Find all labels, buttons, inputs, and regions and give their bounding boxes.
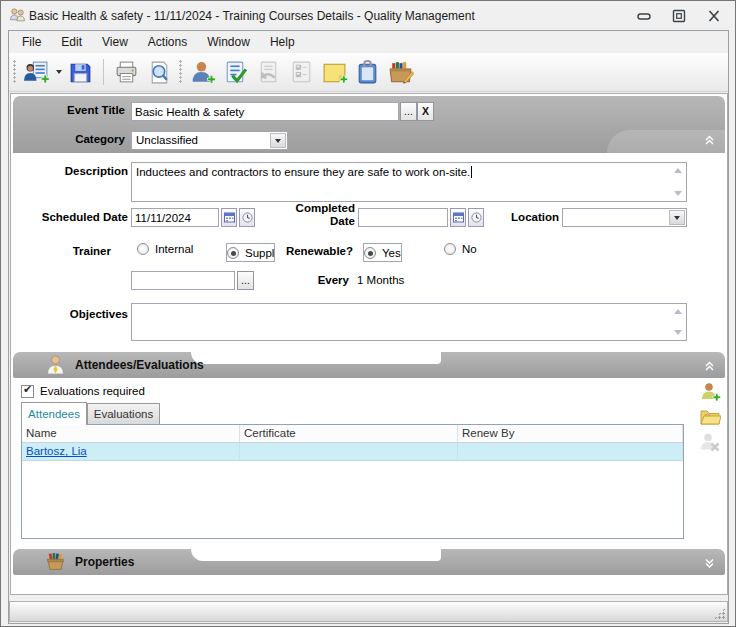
- scheduled-date-time-button[interactable]: [239, 208, 255, 227]
- toolbar-separator: [103, 59, 104, 85]
- chevron-double-down-icon: [704, 557, 715, 569]
- menu-actions[interactable]: Actions: [138, 32, 197, 52]
- objectives-textarea[interactable]: [131, 303, 687, 341]
- calendar-icon: [224, 212, 235, 223]
- event-title-clear-button[interactable]: X: [417, 102, 434, 121]
- table-row[interactable]: Bartosz, Lia: [22, 443, 683, 461]
- chevron-double-up-icon: [704, 360, 715, 372]
- column-header-name[interactable]: Name: [22, 425, 240, 442]
- renewable-yes-label: Yes: [382, 247, 401, 259]
- books-button[interactable]: [384, 56, 417, 89]
- tab-attendees[interactable]: Attendees: [21, 402, 87, 425]
- evaluations-required-label: Evaluations required: [40, 385, 145, 397]
- location-dropdown-button[interactable]: [669, 210, 685, 225]
- save-button[interactable]: [64, 56, 97, 89]
- evaluations-required-checkbox[interactable]: [21, 385, 34, 398]
- renewable-no-radio[interactable]: No: [444, 243, 477, 255]
- properties-section-header[interactable]: Properties: [13, 549, 725, 575]
- close-button[interactable]: [705, 8, 723, 24]
- trainer-name-input[interactable]: [131, 271, 235, 290]
- event-header-panel: Event Title ... X Category Unclassified: [13, 96, 725, 153]
- add-person-button[interactable]: [186, 56, 219, 89]
- checklist-icon: [288, 59, 315, 86]
- every-label: Every: [299, 274, 349, 286]
- collapse-header-button[interactable]: [704, 134, 715, 148]
- scroll-down-icon[interactable]: [674, 330, 682, 335]
- description-textarea[interactable]: Inductees and contractors to ensure they…: [131, 162, 687, 202]
- header-swoosh: [191, 352, 441, 364]
- collapse-attendees-button[interactable]: [704, 360, 715, 374]
- description-text: Inductees and contractors to ensure they…: [136, 166, 470, 178]
- menu-edit[interactable]: Edit: [51, 32, 92, 52]
- column-header-certificate[interactable]: Certificate: [240, 425, 458, 442]
- open-attendee-folder-button[interactable]: [699, 406, 721, 428]
- expand-properties-button[interactable]: [704, 557, 715, 571]
- menu-help[interactable]: Help: [260, 32, 305, 52]
- scroll-up-icon[interactable]: [674, 168, 682, 173]
- scheduled-date-input[interactable]: [131, 208, 219, 227]
- trainer-internal-radio[interactable]: Internal: [137, 243, 193, 255]
- new-record-button[interactable]: [20, 56, 53, 89]
- location-label: Location: [483, 211, 559, 223]
- column-header-renew-by[interactable]: Renew By: [458, 425, 683, 442]
- toolbar-grip[interactable]: [179, 60, 183, 84]
- minimize-icon: [635, 8, 653, 24]
- renewable-label: Renewable?: [271, 245, 353, 257]
- menu-view[interactable]: View: [92, 32, 138, 52]
- radio-icon: [227, 247, 239, 259]
- add-note-button[interactable]: [318, 56, 351, 89]
- drawer-icon: [45, 551, 66, 574]
- open-folder-attendee-icon: [699, 406, 721, 428]
- close-icon: [705, 8, 723, 24]
- document-check-button[interactable]: [219, 56, 252, 89]
- scroll-down-icon[interactable]: [674, 191, 682, 196]
- category-select[interactable]: Unclassified: [131, 131, 288, 150]
- restore-icon: [670, 8, 688, 24]
- app-icon: [9, 7, 26, 26]
- title-bar[interactable]: Basic Health & safety - 11/11/2024 - Tra…: [1, 1, 735, 30]
- attendee-renew-by-cell: [458, 443, 683, 460]
- attendee-name-cell: Bartosz, Lia: [22, 443, 240, 460]
- attendees-section-header[interactable]: Attendees/Evaluations: [13, 352, 725, 378]
- tab-evaluations[interactable]: Evaluations: [87, 403, 160, 425]
- trainer-browse-button[interactable]: ...: [237, 271, 254, 290]
- scheduled-date-calendar-button[interactable]: [221, 208, 237, 227]
- clock-icon: [471, 212, 482, 223]
- category-value: Unclassified: [136, 134, 269, 146]
- renewable-yes-radio[interactable]: Yes: [363, 243, 402, 262]
- completed-date-label: Completed Date: [279, 202, 355, 228]
- restore-button[interactable]: [670, 8, 688, 24]
- toolbar-grip[interactable]: [13, 60, 17, 84]
- trainer-label: Trainer: [11, 245, 111, 257]
- attendee-link[interactable]: Bartosz, Lia: [26, 445, 87, 457]
- category-dropdown-button[interactable]: [270, 133, 286, 148]
- print-preview-icon: [146, 59, 173, 86]
- trainer-supplier-label: Suppl: [245, 247, 274, 259]
- radio-icon: [137, 243, 149, 255]
- scroll-up-icon[interactable]: [674, 309, 682, 314]
- resize-grip[interactable]: [714, 608, 725, 619]
- print-preview-button[interactable]: [143, 56, 176, 89]
- details-panel: Event Title ... X Category Unclassified …: [10, 93, 728, 595]
- table-header-row: Name Certificate Renew By: [22, 425, 683, 443]
- event-title-input[interactable]: [131, 102, 399, 121]
- renewable-no-label: No: [462, 243, 477, 255]
- add-attendee-button[interactable]: [699, 381, 721, 403]
- trainer-supplier-radio[interactable]: Suppl: [226, 243, 275, 262]
- new-record-dropdown[interactable]: [53, 56, 64, 89]
- trainer-internal-label: Internal: [155, 243, 193, 255]
- scheduled-date-label: Scheduled Date: [11, 211, 128, 223]
- menu-window[interactable]: Window: [197, 32, 260, 52]
- clipboard-button[interactable]: [351, 56, 384, 89]
- completed-date-time-button[interactable]: [468, 208, 484, 227]
- completed-date-input[interactable]: [358, 208, 448, 227]
- dropdown-arrow-icon: [56, 70, 62, 74]
- location-select[interactable]: [562, 208, 687, 227]
- minimize-button[interactable]: [635, 8, 653, 24]
- event-title-browse-button[interactable]: ...: [400, 102, 417, 121]
- menu-file[interactable]: File: [12, 32, 51, 52]
- checklist-button: [285, 56, 318, 89]
- print-button[interactable]: [110, 56, 143, 89]
- completed-date-calendar-button[interactable]: [450, 208, 466, 227]
- clipboard-icon: [354, 59, 381, 86]
